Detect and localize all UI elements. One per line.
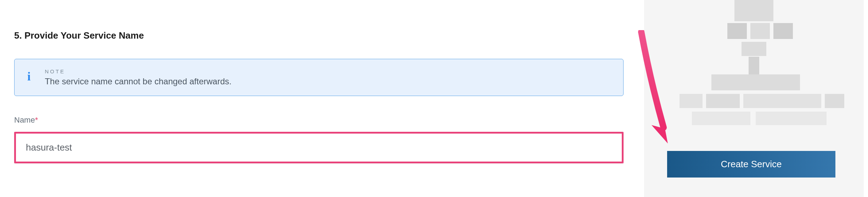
info-icon: i bbox=[27, 71, 30, 83]
create-service-button-label: Create Service bbox=[721, 159, 782, 170]
create-service-button[interactable]: Create Service bbox=[667, 151, 835, 178]
service-name-form-section: 5. Provide Your Service Name i NOTE The … bbox=[14, 0, 624, 163]
note-box: i NOTE The service name cannot be change… bbox=[14, 59, 624, 96]
note-content: NOTE The service name cannot be changed … bbox=[45, 68, 231, 86]
step-heading: 5. Provide Your Service Name bbox=[14, 30, 624, 41]
blurred-preview-image bbox=[653, 0, 855, 142]
note-label: NOTE bbox=[45, 68, 231, 74]
name-field-label: Name bbox=[14, 116, 35, 124]
summary-panel: Create Service bbox=[644, 0, 864, 197]
note-text: The service name cannot be changed after… bbox=[45, 77, 231, 86]
field-label-row: Name* bbox=[14, 116, 624, 125]
name-input-highlight bbox=[14, 132, 624, 163]
service-name-input[interactable] bbox=[16, 134, 622, 162]
required-indicator: * bbox=[35, 116, 38, 124]
